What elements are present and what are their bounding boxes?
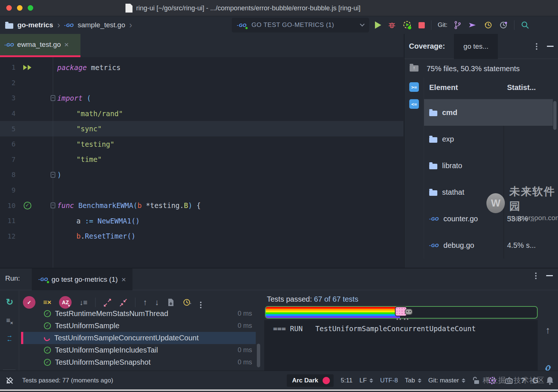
- coverage-table-header[interactable]: Element Statist...: [424, 77, 553, 99]
- column-statistics[interactable]: Statist...: [507, 83, 536, 92]
- run-with-coverage-button[interactable]: [403, 20, 412, 30]
- flatten-packages-icon[interactable]: <=: [404, 99, 424, 109]
- close-run-tab-icon[interactable]: ×: [121, 276, 126, 283]
- git-branch-widget[interactable]: Git: master: [428, 377, 465, 384]
- code-line[interactable]: 9: [0, 183, 403, 198]
- show-passed-toggle[interactable]: ✓: [23, 296, 35, 309]
- close-window-button[interactable]: [6, 5, 12, 11]
- encoding-widget[interactable]: UTF-8: [380, 377, 398, 384]
- previous-occurrence-icon[interactable]: ↑: [143, 298, 147, 307]
- code-line[interactable]: 6"testing": [0, 136, 403, 152]
- clear-all-icon[interactable]: ≡×: [0, 316, 19, 326]
- g-service-icon[interactable]: G: [532, 376, 538, 385]
- minimize-window-button[interactable]: [17, 5, 23, 11]
- theme-widget[interactable]: Arc Dark: [287, 374, 334, 387]
- code-line[interactable]: 7"time": [0, 152, 403, 167]
- next-occurrence-icon[interactable]: ↓: [155, 298, 159, 307]
- editor[interactable]: ewma_test.go × 1package metrics23import …: [0, 34, 403, 268]
- list-item[interactable]: TestUniformSampleSnapshot0 ms: [21, 356, 256, 368]
- line-number: 2: [0, 79, 18, 87]
- list-item[interactable]: TestUniformSample0 ms: [21, 320, 256, 332]
- swap-panels-icon[interactable]: →←: [0, 333, 19, 341]
- unlock-icon[interactable]: [472, 376, 480, 385]
- list-item[interactable]: TestUniformSampleConcurrentUpdateCount: [21, 332, 256, 344]
- help-icon[interactable]: ?: [521, 376, 525, 385]
- import-test-results-icon[interactable]: [167, 298, 175, 307]
- coverage-options-icon[interactable]: [536, 43, 537, 45]
- hide-notifications-icon[interactable]: [5, 376, 14, 385]
- generate-report-icon[interactable]: >=: [404, 82, 424, 92]
- code-line[interactable]: 4"math/rand": [0, 106, 403, 121]
- folder-icon: [429, 164, 437, 169]
- git-push-icon[interactable]: [468, 21, 478, 29]
- table-row[interactable]: cmd: [424, 99, 553, 126]
- rerun-tests-icon[interactable]: ↻: [0, 298, 19, 306]
- scroll-to-top-icon[interactable]: ↑: [538, 325, 558, 336]
- sort-by-duration-icon[interactable]: ↓≡: [79, 298, 87, 307]
- element-name: exp: [442, 135, 454, 143]
- caret-position-widget[interactable]: 5:11: [341, 377, 352, 384]
- indent-widget[interactable]: Tab: [405, 377, 421, 384]
- more-options-icon[interactable]: [200, 302, 202, 303]
- debug-button[interactable]: [388, 21, 396, 30]
- line-separator-widget[interactable]: LF: [359, 377, 373, 384]
- table-row[interactable]: exp: [424, 126, 553, 152]
- title-bar: ring-ui [~/go/src/ring-ui] - .../compone…: [0, 0, 558, 16]
- gradle-gear-icon[interactable]: [488, 376, 497, 385]
- expand-all-icon[interactable]: ↗↙: [103, 298, 111, 306]
- editor-tab-ewma-test[interactable]: ewma_test.go ×: [0, 34, 80, 57]
- notification-bell-icon[interactable]: [545, 376, 554, 385]
- test-tree-scrollbar[interactable]: [257, 344, 260, 367]
- code-line[interactable]: 10func BenchmarkEWMA(b *testing.B) {: [0, 198, 403, 213]
- coverage-tab[interactable]: go tes...: [454, 34, 498, 59]
- stop-button[interactable]: [418, 22, 425, 28]
- code-line[interactable]: 11a := NewEWMA1(): [0, 213, 403, 229]
- fold-toggle-icon[interactable]: [51, 95, 55, 101]
- show-ignored-toggle[interactable]: ≡×: [43, 298, 51, 306]
- code-line[interactable]: 1package metrics: [0, 60, 403, 75]
- list-item[interactable]: TestRuntimeMemStatsNumThread0 ms: [21, 308, 256, 320]
- table-row[interactable]: counter.go53.8% ...: [424, 205, 553, 232]
- code-token: "math/rand": [76, 110, 123, 118]
- breadcrumb-project[interactable]: go-metrics: [17, 21, 53, 29]
- fold-toggle-icon[interactable]: [51, 172, 55, 178]
- status-message[interactable]: Tests passed: 77 (moments ago): [22, 377, 113, 384]
- navigate-up-icon[interactable]: [404, 65, 424, 72]
- coverage-scrollbar[interactable]: [553, 101, 557, 130]
- code-line[interactable]: 3import (: [0, 90, 403, 106]
- sort-alphabetically-toggle[interactable]: AZ▾: [59, 296, 72, 309]
- fold-toggle-icon[interactable]: [51, 202, 55, 208]
- table-row[interactable]: stathat: [424, 179, 553, 205]
- code-line[interactable]: 8): [0, 167, 403, 183]
- test-console[interactable]: === RUN TestUniformSampleConcurrentUpdat…: [264, 320, 538, 371]
- test-history-icon[interactable]: [183, 298, 192, 307]
- list-item[interactable]: TestUniformSampleIncludesTail0 ms: [21, 344, 256, 356]
- close-tab-icon[interactable]: ×: [64, 41, 69, 48]
- line-number: 11: [0, 217, 18, 225]
- table-row[interactable]: debug.go4.5% s...: [424, 232, 553, 259]
- code-area[interactable]: 1package metrics23import (4"math/rand"5"…: [0, 57, 403, 268]
- test-passed-icon[interactable]: [24, 202, 31, 209]
- breadcrumb-file[interactable]: sample_test.go: [78, 21, 125, 29]
- fullscreen-window-button[interactable]: [28, 5, 33, 11]
- collapse-all-icon[interactable]: ↙↗: [119, 298, 127, 306]
- run-button[interactable]: [375, 21, 381, 29]
- run-tab[interactable]: go test go-metrics (1) ×: [32, 268, 132, 290]
- update-project-icon[interactable]: [484, 21, 493, 30]
- run-options-icon[interactable]: [535, 273, 537, 274]
- run-all-icon[interactable]: [23, 65, 31, 70]
- robot-icon[interactable]: [504, 376, 514, 385]
- column-element[interactable]: Element: [429, 83, 458, 92]
- document-icon: [125, 4, 132, 13]
- code-line[interactable]: 5"sync": [0, 121, 403, 136]
- rollback-icon[interactable]: [499, 21, 508, 30]
- hide-coverage-panel-icon[interactable]: [547, 46, 554, 47]
- run-configuration-selector[interactable]: GO TEST GO-METRICS (1): [232, 18, 369, 32]
- code-token: b: [76, 232, 80, 240]
- hide-run-panel-icon[interactable]: [546, 275, 553, 276]
- code-line[interactable]: 12b.ResetTimer(): [0, 229, 403, 244]
- search-everywhere-icon[interactable]: [521, 21, 530, 30]
- git-branch-icon[interactable]: [454, 21, 462, 30]
- code-line[interactable]: 2: [0, 75, 403, 91]
- table-row[interactable]: librato: [424, 152, 553, 179]
